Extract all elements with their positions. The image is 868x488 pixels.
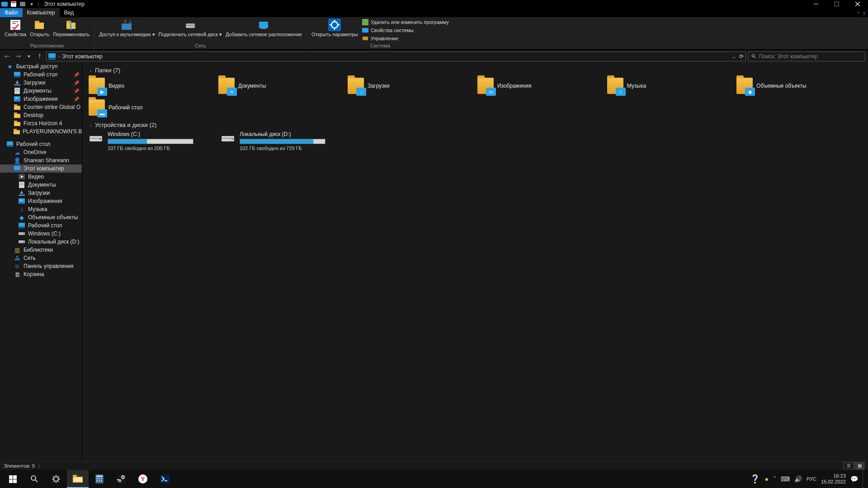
tree-qa-item[interactable]: Рабочий стол📌 bbox=[0, 70, 82, 79]
tree-pc-item[interactable]: Загрузки bbox=[0, 189, 82, 197]
qat-new-folder-icon[interactable] bbox=[19, 1, 26, 7]
tree-qa-item[interactable]: Изображения📌 bbox=[0, 95, 82, 103]
tray-notifications-icon[interactable]: 💬 bbox=[850, 475, 858, 483]
tree-quick-access[interactable]: ★ Быстрый доступ bbox=[0, 62, 82, 70]
tray-volume-icon[interactable]: 🔊 bbox=[794, 475, 802, 483]
media-access-button[interactable]: ♪♫ Доступ к мультимедиа ▾ bbox=[97, 18, 156, 37]
tree-pc-item[interactable]: Локальный диск (D:) bbox=[0, 238, 82, 246]
back-button[interactable]: 🡐 bbox=[3, 52, 12, 61]
map-drive-button[interactable]: Подключить сетевой диск ▾ bbox=[157, 18, 224, 37]
folder-item[interactable]: ↓Загрузки bbox=[348, 76, 473, 95]
tree-pc-item[interactable]: Windows (C:) bbox=[0, 230, 82, 238]
open-button[interactable]: Открыть bbox=[28, 18, 51, 37]
search-button[interactable] bbox=[24, 470, 45, 488]
taskbar-steam-button[interactable] bbox=[110, 470, 132, 488]
start-button[interactable] bbox=[2, 470, 24, 488]
tray-overflow-icon[interactable]: ˄ bbox=[773, 475, 776, 483]
tree-onedrive[interactable]: ☁ OneDrive bbox=[0, 148, 82, 156]
folder-item[interactable]: ◆Объемные объекты bbox=[736, 76, 862, 95]
tree-control-panel[interactable]: ⛭ Панель управления bbox=[0, 262, 82, 270]
address-dropdown-icon[interactable]: ⌵ bbox=[732, 53, 736, 60]
tab-computer[interactable]: Компьютер bbox=[23, 8, 60, 17]
tree-pc-item[interactable]: ◆Объемные объекты bbox=[0, 213, 82, 221]
tray-keyboard-icon[interactable]: ⌨ bbox=[781, 475, 790, 483]
view-details-button[interactable]: ☰ bbox=[844, 462, 854, 469]
view-tiles-button[interactable]: ▦ bbox=[854, 462, 864, 469]
folder-icon bbox=[14, 128, 20, 135]
ribbon-help-icon[interactable]: ? bbox=[863, 11, 865, 17]
folder-item[interactable]: ♪Музыка bbox=[607, 76, 732, 95]
add-netloc-button[interactable]: Добавить сетевое расположение bbox=[224, 18, 304, 37]
address-bar[interactable]: › Этот компьютер ⌵ ⟳ bbox=[46, 52, 746, 61]
manage-button[interactable]: Управление bbox=[360, 34, 451, 42]
close-button[interactable] bbox=[847, 0, 868, 8]
drive-item[interactable]: Windows (C:) 107 ГБ свободно из 200 ГБ bbox=[89, 131, 193, 151]
nav-tree[interactable]: ★ Быстрый доступ Рабочий стол📌Загрузки📌Д… bbox=[0, 62, 82, 461]
tree-item-label: Forza Horizon 4 bbox=[24, 120, 62, 127]
recent-dropdown[interactable]: ▼ bbox=[24, 52, 33, 61]
tree-libraries[interactable]: ▥ Библиотеки bbox=[0, 246, 82, 254]
tree-qa-item[interactable]: PLAYERUNKNOWN'S BA bbox=[0, 127, 82, 136]
minimize-button[interactable] bbox=[806, 0, 826, 8]
tree-desktop[interactable]: Рабочий стол bbox=[0, 140, 82, 148]
drive-icon bbox=[221, 132, 235, 144]
tree-this-pc[interactable]: Этот компьютер bbox=[0, 164, 82, 173]
tab-view[interactable]: Вид bbox=[60, 8, 79, 17]
taskbar-settings-button[interactable] bbox=[45, 470, 67, 488]
tree-user[interactable]: 👤 Sharean Shareann bbox=[0, 156, 82, 164]
tree-pc-item[interactable]: Документы bbox=[0, 181, 82, 189]
tree-pc-item[interactable]: Рабочий стол bbox=[0, 221, 82, 230]
tree-pc-item[interactable]: Изображения bbox=[0, 197, 82, 205]
tree-pc-item[interactable]: ♪Музыка bbox=[0, 205, 82, 213]
folder-item[interactable]: ▬Рабочий стол bbox=[89, 98, 214, 117]
tree-pc-item[interactable]: Видео bbox=[0, 173, 82, 181]
drives-group-header[interactable]: ⌄ Устройства и диски (2) bbox=[89, 122, 862, 128]
tree-qa-item[interactable]: Документы📌 bbox=[0, 87, 82, 95]
folder-item[interactable]: ▭Изображения bbox=[477, 76, 603, 95]
tree-qa-item[interactable]: Desktop bbox=[0, 111, 82, 119]
search-box[interactable]: 🔍︎ Поиск: Этот компьютер bbox=[748, 52, 865, 61]
tree-network[interactable]: 🖧 Сеть bbox=[0, 254, 82, 262]
taskbar-powershell-button[interactable] bbox=[154, 470, 175, 488]
folder-icon: ▬ bbox=[89, 99, 105, 116]
svg-rect-73 bbox=[9, 475, 13, 479]
properties-button[interactable]: Свойства bbox=[3, 18, 28, 37]
uninstall-button[interactable]: Удалить или изменить программу bbox=[360, 18, 451, 26]
system-properties-button[interactable]: Свойства системы bbox=[360, 26, 451, 34]
forward-button[interactable]: 🡒 bbox=[14, 52, 23, 61]
svg-rect-34 bbox=[14, 76, 20, 77]
breadcrumb[interactable]: Этот компьютер bbox=[62, 53, 103, 60]
qat-dropdown-icon[interactable]: ▾ bbox=[28, 1, 35, 7]
taskbar-yandex-button[interactable]: Y bbox=[132, 470, 154, 488]
tree-item-label: Загрузки bbox=[28, 190, 50, 196]
refresh-icon[interactable]: ⟳ bbox=[739, 53, 744, 60]
ribbon-collapse-icon[interactable]: ˄ bbox=[857, 11, 860, 17]
taskbar-calculator-button[interactable] bbox=[89, 470, 110, 488]
qat-properties-icon[interactable] bbox=[10, 1, 17, 7]
tree-qa-item[interactable]: Forza Horizon 4 bbox=[0, 119, 82, 127]
folder-item[interactable]: ≡Документы bbox=[218, 76, 344, 95]
tree-item-label: Загрузки bbox=[24, 80, 45, 86]
tree-qa-item[interactable]: Counter-strike Global O bbox=[0, 103, 82, 111]
tree-recycle[interactable]: 🗑 Корзина bbox=[0, 270, 82, 278]
folder-item[interactable]: ▶Видео bbox=[89, 76, 214, 95]
taskbar-explorer-button[interactable] bbox=[67, 470, 89, 488]
svg-line-87 bbox=[58, 476, 59, 477]
tray-help-icon[interactable]: ❔ bbox=[750, 474, 760, 484]
chevron-right-icon[interactable]: › bbox=[58, 53, 60, 60]
svg-point-77 bbox=[31, 476, 36, 480]
rename-button[interactable]: Переименовать bbox=[52, 18, 92, 37]
tray-weather-icon[interactable]: ● bbox=[764, 475, 768, 483]
folders-group-header[interactable]: ⌄ Папки (7) bbox=[89, 67, 862, 74]
svg-rect-97 bbox=[99, 480, 100, 482]
tab-file[interactable]: Файл bbox=[0, 8, 23, 17]
maximize-button[interactable] bbox=[826, 0, 847, 8]
tree-qa-item[interactable]: Загрузки📌 bbox=[0, 79, 82, 87]
show-desktop-button[interactable] bbox=[863, 470, 865, 488]
open-settings-button[interactable]: Открыть параметры bbox=[310, 18, 360, 37]
pictures-icon bbox=[14, 95, 21, 103]
tray-clock[interactable]: 16:23 15.02.2022 bbox=[821, 473, 846, 485]
drive-item[interactable]: Локальный диск (D:) 102 ГБ свободно из 7… bbox=[221, 131, 326, 151]
tray-language[interactable]: РУС bbox=[807, 476, 816, 482]
up-button[interactable]: 🡑 bbox=[35, 52, 44, 61]
